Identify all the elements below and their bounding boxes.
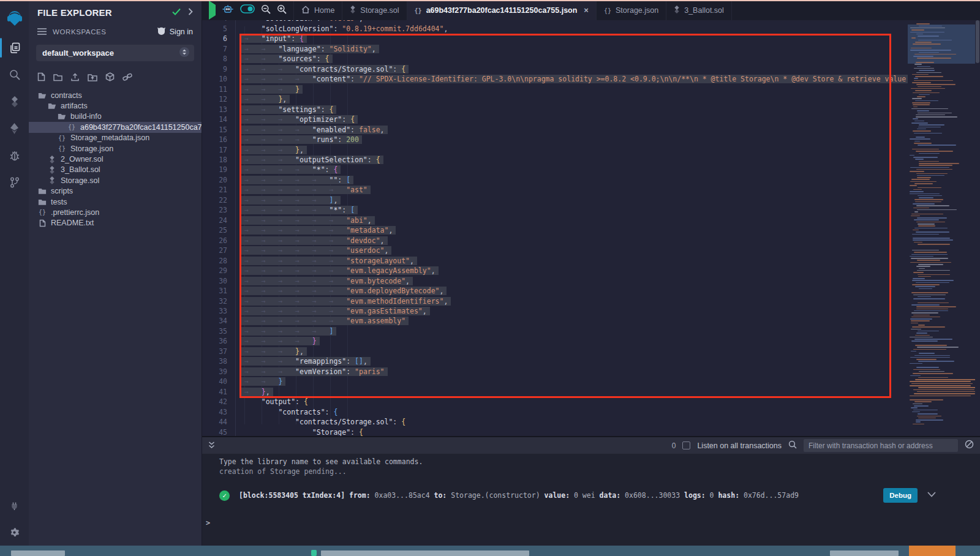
code-line-20[interactable]: 20→ → → → → "": [: [202, 175, 908, 185]
workspace-select[interactable]: default_workspace: [36, 45, 194, 61]
code-line-24[interactable]: 24→ → → → → → "abi",: [202, 216, 908, 225]
listen-all-transactions-checkbox[interactable]: [682, 441, 690, 449]
settings-icon[interactable]: [0, 519, 29, 546]
code-line-29[interactable]: 29→ → → → → → "evm.legacyAssembly",: [202, 266, 908, 276]
code-line-35[interactable]: 35→ → → → → ]: [202, 326, 908, 336]
code-line-31[interactable]: 31→ → → → → → "evm.deployedBytecode",: [202, 286, 908, 296]
code-line-43[interactable]: 43 "contracts": {: [202, 407, 908, 417]
code-line-33[interactable]: 33→ → → → → → "evm.gasEstimates",: [202, 306, 908, 316]
code-line-22[interactable]: 22→ → → → → ],: [202, 195, 908, 205]
ipfs-cube-icon[interactable]: [105, 72, 115, 84]
tree-item[interactable]: Storage.sol: [29, 175, 202, 186]
preview-toggle-icon[interactable]: [240, 4, 255, 16]
link-icon[interactable]: [123, 73, 132, 84]
code-line-26[interactable]: 26→ → → → → → "devdoc",: [202, 236, 908, 246]
code-line-41[interactable]: 41→ },: [202, 387, 908, 397]
code-line-5[interactable]: 5 "solcLongVersion": "0.8.19+commit.7dd6…: [202, 24, 908, 34]
tree-item[interactable]: {}Storage_metadata.json: [29, 133, 202, 143]
minimap[interactable]: [908, 20, 975, 436]
editor-tab[interactable]: 3_Ballot.sol: [666, 0, 732, 20]
expand-terminal-icon[interactable]: [208, 440, 215, 451]
code-line-21[interactable]: 21→ → → → → → "ast": [202, 185, 908, 195]
remix-logo-icon[interactable]: [0, 2, 29, 34]
solidity-compiler-icon[interactable]: [0, 88, 29, 115]
plugin-manager-icon[interactable]: [0, 492, 29, 519]
upload-file-icon[interactable]: [70, 73, 80, 84]
upload-folder-icon[interactable]: [88, 73, 97, 84]
editor-tab[interactable]: Storage.sol: [342, 0, 407, 20]
code-line-45[interactable]: 45 "Storage": {: [202, 427, 908, 436]
code-line-32[interactable]: 32→ → → → → → "evm.methodIdentifiers",: [202, 296, 908, 306]
deploy-and-run-icon[interactable]: [0, 115, 29, 142]
new-folder-icon[interactable]: [53, 73, 62, 84]
editor-tab[interactable]: {}Storage.json: [597, 0, 666, 20]
tree-item[interactable]: 3_Ballot.sol: [29, 165, 202, 175]
zoom-in-icon[interactable]: [277, 4, 287, 17]
code-line-8[interactable]: 8→ → "sources": {: [202, 54, 908, 64]
transaction-log-row[interactable]: ✓ [block:5583405 txIndex:4] from: 0xa03.…: [219, 486, 980, 505]
editor-tab[interactable]: {}a69b43f277ba20fcac141151250ca755.json×: [407, 0, 597, 20]
code-line-23[interactable]: 23→ → → → → "*": [: [202, 205, 908, 215]
tree-item[interactable]: scripts: [29, 186, 202, 197]
sign-in-button[interactable]: Sign in: [157, 27, 193, 37]
code-line-40[interactable]: 40→ → }: [202, 377, 908, 386]
alert-badge[interactable]: [909, 546, 956, 556]
line-number: 45: [202, 427, 236, 436]
tree-item[interactable]: 2_Owner.sol: [29, 154, 202, 164]
code-editor[interactable]: 4 "solcVersion": "0.8.19",5 "solcLongVer…: [202, 20, 980, 436]
code-line-17[interactable]: 17→ → → },: [202, 145, 908, 155]
code-line-39[interactable]: 39→ → → "evmVersion": "paris": [202, 367, 908, 377]
file-explorer-icon[interactable]: [0, 34, 29, 61]
terminal-prompt[interactable]: >: [206, 519, 210, 527]
workspaces-menu-icon[interactable]: [37, 26, 47, 37]
code-line-34[interactable]: 34→ → → → → → "evm.assembly": [202, 316, 908, 326]
clear-console-icon[interactable]: [965, 440, 974, 451]
code-line-15[interactable]: 15→ → → → "enabled": false,: [202, 125, 908, 135]
scrollbar-thumb[interactable]: [976, 20, 979, 63]
zoom-out-icon[interactable]: [261, 4, 271, 17]
terminal-output[interactable]: Type the library name to see available c…: [202, 454, 980, 546]
tree-item[interactable]: contracts: [29, 90, 202, 100]
tree-item[interactable]: {}.prettierrc.json: [29, 207, 202, 217]
tree-item[interactable]: tests: [29, 197, 202, 207]
file-explorer-panel: FILE EXPLORER WORKSPACES Sign in default…: [29, 0, 202, 546]
code-line-38[interactable]: 38→ → → "remappings": [],: [202, 356, 908, 366]
code-line-14[interactable]: 14→ → → "optimizer": {: [202, 115, 908, 124]
tree-item[interactable]: README.txt: [29, 218, 202, 228]
transaction-filter-input[interactable]: [804, 439, 958, 452]
code-line-13[interactable]: 13→ → "settings": {: [202, 105, 908, 115]
vertical-scrollbar[interactable]: [975, 20, 980, 436]
assistant-robot-icon[interactable]: [222, 4, 234, 17]
code-line-30[interactable]: 30→ → → → → → "evm.bytecode",: [202, 276, 908, 286]
code-line-16[interactable]: 16→ → → → "runs": 200: [202, 135, 908, 145]
tree-item[interactable]: {}a69b43f277ba20fcac141151250ca7...: [29, 122, 202, 132]
code-line-9[interactable]: 9→ → → "contracts/Storage.sol": {: [202, 64, 908, 74]
code-line-7[interactable]: 7→ → "language": "Solidity",: [202, 44, 908, 54]
tree-item[interactable]: artifacts: [29, 100, 202, 111]
code-line-10[interactable]: 10→ → → → "content": "// SPDX-License-Id…: [202, 74, 908, 84]
code-line-6[interactable]: 6→ "input": {: [202, 34, 908, 43]
tree-item[interactable]: {}Storage.json: [29, 143, 202, 154]
code-line-19[interactable]: 19→ → → → "*": {: [202, 165, 908, 175]
code-line-37[interactable]: 37→ → → },: [202, 347, 908, 356]
run-script-icon[interactable]: [209, 5, 216, 16]
code-line-11[interactable]: 11→ → → }: [202, 85, 908, 94]
code-line-25[interactable]: 25→ → → → → → "metadata",: [202, 225, 908, 235]
git-icon[interactable]: [0, 169, 29, 196]
code-line-18[interactable]: 18→ → → "outputSelection": {: [202, 155, 908, 165]
code-line-36[interactable]: 36→ → → → }: [202, 336, 908, 346]
chevron-right-icon[interactable]: [188, 7, 193, 18]
code-line-27[interactable]: 27→ → → → → → "userdoc",: [202, 246, 908, 255]
debugger-icon[interactable]: [0, 142, 29, 169]
debug-button[interactable]: Debug: [883, 488, 918, 503]
code-line-44[interactable]: 44 "contracts/Storage.sol": {: [202, 417, 908, 427]
code-line-28[interactable]: 28→ → → → → → "storageLayout",: [202, 256, 908, 266]
search-icon[interactable]: [0, 61, 29, 88]
editor-tab[interactable]: Home: [293, 0, 342, 20]
tree-item[interactable]: build-info: [29, 111, 202, 122]
close-tab-icon[interactable]: ×: [584, 6, 589, 15]
code-line-12[interactable]: 12→ → },: [202, 94, 908, 104]
new-file-icon[interactable]: [37, 72, 45, 84]
expand-tx-icon[interactable]: [927, 490, 936, 499]
code-line-42[interactable]: 42 "output": {: [202, 397, 908, 407]
